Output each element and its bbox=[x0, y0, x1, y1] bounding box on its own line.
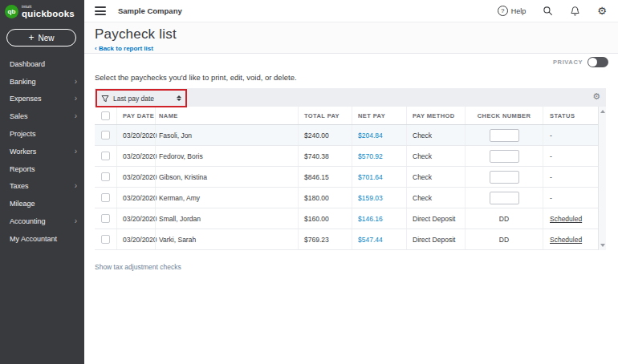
paycheck-table: Last pay date ⚙ PAY DATE NAME TOTAL PAY … bbox=[95, 88, 606, 250]
table-row[interactable]: 03/20/2020 Varki, Sarah $769.23 $547.44 … bbox=[95, 229, 598, 250]
sidebar-item-dashboard[interactable]: Dashboard bbox=[0, 55, 84, 73]
total-pay-cell: $180.00 bbox=[298, 188, 352, 208]
net-pay-link[interactable]: $701.64 bbox=[358, 173, 383, 181]
total-pay-cell: $240.00 bbox=[298, 125, 352, 145]
sidebar-item-projects[interactable]: Projects bbox=[0, 125, 84, 143]
row-checkbox[interactable] bbox=[101, 193, 110, 202]
status-scheduled-link[interactable]: Scheduled bbox=[550, 215, 582, 223]
name-cell: Gibson, Kristina bbox=[155, 167, 298, 187]
search-icon[interactable] bbox=[543, 6, 553, 16]
filter-funnel-icon bbox=[101, 91, 109, 106]
table-row[interactable]: 03/20/2020 Fedorov, Boris $740.38 $570.9… bbox=[95, 146, 598, 167]
table-header-row: PAY DATE NAME TOTAL PAY NET PAY PAY METH… bbox=[95, 107, 598, 125]
table-row[interactable]: 03/20/2020 Fasoli, Jon $240.00 $204.84 C… bbox=[95, 125, 598, 146]
sidebar-nav: Dashboard Banking› Expenses› Sales› Proj… bbox=[0, 55, 84, 248]
pay-date-cell: 03/20/2020 bbox=[116, 167, 155, 187]
pay-date-filter-dropdown[interactable]: Last pay date bbox=[101, 91, 181, 106]
chevron-right-icon: › bbox=[75, 95, 77, 103]
check-number-input[interactable] bbox=[490, 150, 519, 163]
row-checkbox[interactable] bbox=[101, 214, 110, 223]
net-pay-link[interactable]: $159.03 bbox=[358, 194, 383, 202]
total-pay-cell: $740.38 bbox=[298, 146, 352, 166]
table-settings-gear-icon[interactable]: ⚙ bbox=[592, 92, 600, 101]
sidebar-item-expenses[interactable]: Expenses› bbox=[0, 91, 84, 108]
pay-method-cell: Direct Deposit bbox=[406, 208, 465, 229]
row-checkbox[interactable] bbox=[101, 172, 110, 181]
table-scrollbar[interactable] bbox=[598, 107, 606, 250]
check-number-input[interactable] bbox=[490, 192, 519, 204]
filter-highlight-annotation: Last pay date bbox=[96, 89, 187, 107]
scroll-up-arrow-icon[interactable] bbox=[600, 110, 605, 113]
sidebar-item-reports[interactable]: Reports bbox=[0, 160, 84, 178]
column-header-status[interactable]: STATUS bbox=[543, 107, 598, 124]
scroll-down-arrow-icon[interactable] bbox=[600, 244, 605, 247]
menu-icon[interactable] bbox=[95, 6, 106, 15]
status-cell: - bbox=[543, 188, 598, 208]
select-all-checkbox[interactable] bbox=[101, 111, 110, 120]
quickbooks-logo: qb intuit quickbooks bbox=[0, 0, 84, 23]
sidebar-item-accounting[interactable]: Accounting› bbox=[0, 212, 84, 230]
column-header-pay-method[interactable]: PAY METHOD bbox=[406, 107, 465, 124]
pay-date-cell: 03/20/2020 bbox=[116, 146, 155, 166]
name-cell: Small, Jordan bbox=[155, 208, 298, 229]
row-checkbox[interactable] bbox=[101, 131, 110, 140]
filter-value: Last pay date bbox=[113, 95, 154, 103]
column-header-check-number[interactable]: CHECK NUMBER bbox=[465, 107, 543, 124]
total-pay-cell: $160.00 bbox=[298, 208, 352, 229]
name-cell: Varki, Sarah bbox=[155, 229, 298, 249]
check-number-cell: DD bbox=[466, 215, 543, 223]
help-icon bbox=[498, 6, 508, 16]
chevron-right-icon: › bbox=[75, 148, 77, 156]
dropdown-arrows-icon bbox=[177, 95, 181, 102]
check-number-input[interactable] bbox=[490, 129, 519, 142]
net-pay-link[interactable]: $204.84 bbox=[358, 131, 383, 140]
sidebar-item-my-accountant[interactable]: My Accountant bbox=[0, 230, 84, 248]
notifications-bell-icon[interactable] bbox=[570, 6, 580, 16]
quickbooks-wordmark: quickbooks bbox=[22, 10, 75, 19]
row-checkbox[interactable] bbox=[101, 235, 110, 244]
pay-date-cell: 03/20/2020 bbox=[116, 125, 155, 145]
table-row[interactable]: 03/20/2020 Gibson, Kristina $846.15 $701… bbox=[95, 167, 598, 188]
main-content: Sample Company Help ⚙ Paycheck list Back… bbox=[84, 0, 618, 364]
net-pay-link[interactable]: $547.44 bbox=[358, 236, 383, 244]
sidebar-item-sales[interactable]: Sales› bbox=[0, 107, 84, 125]
help-button[interactable]: Help bbox=[498, 6, 527, 16]
settings-gear-icon[interactable]: ⚙ bbox=[597, 6, 607, 16]
table-row[interactable]: 03/20/2020 Kerman, Amy $180.00 $159.03 C… bbox=[95, 188, 598, 208]
column-header-name[interactable]: NAME bbox=[155, 107, 298, 124]
column-header-pay-date[interactable]: PAY DATE bbox=[116, 107, 155, 124]
status-cell: - bbox=[543, 125, 598, 145]
sidebar-item-banking[interactable]: Banking› bbox=[0, 73, 84, 91]
pay-method-cell: Check bbox=[406, 146, 465, 166]
new-button-label: New bbox=[39, 34, 55, 42]
pay-method-cell: Check bbox=[406, 188, 465, 208]
sidebar-item-mileage[interactable]: Mileage bbox=[0, 195, 84, 212]
new-button[interactable]: + New bbox=[6, 29, 76, 47]
plus-icon: + bbox=[28, 33, 34, 42]
check-number-input[interactable] bbox=[490, 171, 519, 184]
show-tax-adjustment-checks-link[interactable]: Show tax adjustment checks bbox=[95, 263, 181, 271]
total-pay-cell: $769.23 bbox=[298, 229, 352, 249]
pay-method-cell: Check bbox=[406, 167, 465, 187]
table-toolbar: Last pay date ⚙ bbox=[95, 88, 606, 107]
chevron-right-icon: › bbox=[75, 217, 77, 225]
pay-date-cell: 03/20/2020 bbox=[116, 229, 155, 249]
page-title: Paycheck list bbox=[95, 26, 177, 42]
top-bar: Sample Company Help ⚙ bbox=[84, 0, 618, 22]
net-pay-link[interactable]: $570.92 bbox=[358, 152, 383, 160]
column-header-net-pay[interactable]: NET PAY bbox=[352, 107, 406, 124]
column-header-total-pay[interactable]: TOTAL PAY bbox=[298, 107, 352, 124]
net-pay-link[interactable]: $146.16 bbox=[358, 215, 383, 223]
row-checkbox[interactable] bbox=[101, 152, 110, 160]
status-scheduled-link[interactable]: Scheduled bbox=[550, 236, 582, 244]
sidebar-item-taxes[interactable]: Taxes› bbox=[0, 178, 84, 196]
status-cell: - bbox=[543, 146, 598, 166]
pay-date-cell: 03/20/2020 bbox=[116, 188, 155, 208]
privacy-control: PRIVACY bbox=[553, 57, 608, 67]
table-row[interactable]: 03/20/2020 Small, Jordan $160.00 $146.16… bbox=[95, 208, 598, 229]
privacy-toggle[interactable] bbox=[588, 57, 608, 67]
back-to-report-list-link[interactable]: Back to report list bbox=[95, 45, 153, 52]
sidebar-item-workers[interactable]: Workers› bbox=[0, 143, 84, 160]
chevron-right-icon: › bbox=[75, 182, 77, 190]
qb-logo-icon: qb bbox=[5, 5, 18, 18]
